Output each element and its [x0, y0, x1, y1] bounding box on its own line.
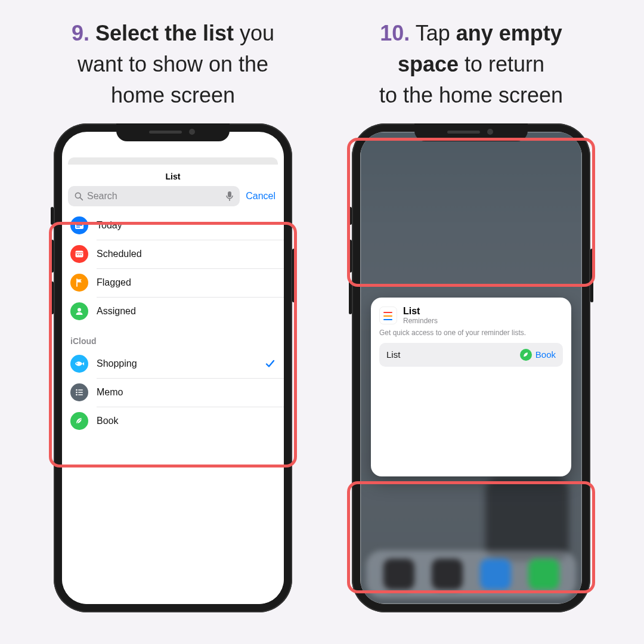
list-item-memo[interactable]: Memo	[62, 378, 284, 407]
svg-rect-20	[78, 392, 83, 393]
checkmark-icon	[265, 358, 275, 369]
step-10: 10. Tap any empty space to return to the…	[328, 0, 614, 644]
popover-description: Get quick access to one of your reminder…	[379, 329, 563, 337]
svg-line-1	[80, 197, 82, 200]
smart-lists: Today Scheduled Flagged	[62, 211, 284, 326]
mute-switch	[51, 207, 54, 225]
svg-point-18	[76, 394, 78, 395]
notch	[116, 123, 230, 141]
cancel-button[interactable]: Cancel	[246, 191, 278, 202]
svg-point-16	[76, 389, 78, 391]
fish-icon	[70, 355, 88, 373]
svg-point-12	[79, 254, 80, 255]
svg-point-11	[77, 254, 78, 255]
step-9-bold: Select the list	[95, 21, 234, 45]
flag-icon	[70, 274, 88, 292]
mic-icon[interactable]	[225, 191, 234, 202]
screen-right: List Reminders Get quick access to one o…	[360, 132, 582, 604]
step-9: 9. Select the list you want to show on t…	[30, 0, 316, 644]
popover-title: List	[403, 306, 438, 317]
search-placeholder: Search	[87, 191, 222, 202]
blurred-dock	[366, 550, 576, 598]
svg-point-17	[76, 391, 78, 393]
list-item-label: Shopping	[97, 358, 265, 369]
svg-rect-21	[78, 394, 83, 395]
svg-rect-6	[76, 225, 82, 226]
list-item-label: Today	[97, 220, 275, 231]
list-icon	[70, 383, 88, 401]
svg-point-13	[80, 254, 82, 255]
calendar-icon	[70, 245, 88, 263]
mute-switch	[349, 207, 352, 225]
list-picker-sheet: List Search Cancel	[62, 165, 284, 604]
list-item-scheduled[interactable]: Scheduled	[62, 240, 284, 268]
list-item-book[interactable]: Book	[62, 407, 284, 435]
step-10-bold: any empty	[456, 21, 562, 45]
list-item-label: Scheduled	[97, 249, 275, 259]
volume-up	[349, 240, 352, 273]
list-item-today[interactable]: Today	[62, 211, 284, 240]
popover-header: List Reminders	[379, 306, 563, 325]
svg-rect-19	[78, 389, 83, 391]
search-input[interactable]: Search	[68, 186, 240, 206]
reminders-app-icon	[379, 306, 397, 324]
widget-config-popover[interactable]: List Reminders Get quick access to one o…	[371, 298, 571, 476]
leaf-icon	[70, 412, 88, 430]
svg-point-15	[76, 363, 78, 364]
list-item-assigned[interactable]: Assigned	[62, 297, 284, 326]
list-item-label: Memo	[97, 387, 275, 398]
search-icon	[74, 191, 83, 201]
screen-left: List Search Cancel	[62, 132, 284, 604]
leaf-icon	[520, 349, 532, 361]
list-item-label: Book	[97, 416, 275, 426]
list-selector-row[interactable]: List Book	[379, 343, 563, 367]
volume-up	[51, 240, 54, 273]
row-value: Book	[520, 349, 556, 361]
popover-subtitle: Reminders	[403, 317, 438, 325]
person-icon	[70, 302, 88, 320]
phone-left: List Search Cancel	[54, 123, 292, 612]
phone-right: List Reminders Get quick access to one o…	[352, 123, 590, 612]
icloud-section-header: iCloud	[62, 326, 284, 349]
sheet-title: List	[62, 165, 284, 186]
power-button	[292, 249, 295, 302]
volume-down	[51, 281, 54, 314]
power-button	[590, 249, 593, 302]
step-10-number: 10.	[380, 21, 410, 45]
list-item-label: Assigned	[97, 306, 275, 317]
list-item-flagged[interactable]: Flagged	[62, 268, 284, 297]
svg-rect-7	[76, 227, 80, 228]
notch	[414, 123, 528, 141]
step-9-caption: 9. Select the list you want to show on t…	[66, 0, 280, 123]
step-9-number: 9.	[72, 21, 89, 45]
list-item-label: Flagged	[97, 277, 275, 288]
icloud-lists: Shopping Memo	[62, 349, 284, 435]
row-key: List	[386, 349, 520, 360]
blurred-widget	[485, 478, 569, 561]
svg-rect-2	[228, 191, 231, 197]
step-10-caption: 10. Tap any empty space to return to the…	[373, 0, 569, 123]
svg-point-14	[78, 308, 81, 311]
today-icon	[70, 216, 88, 234]
search-row: Search Cancel	[62, 186, 284, 211]
volume-down	[349, 281, 352, 314]
list-item-shopping[interactable]: Shopping	[62, 349, 284, 378]
svg-rect-5	[75, 222, 83, 224]
